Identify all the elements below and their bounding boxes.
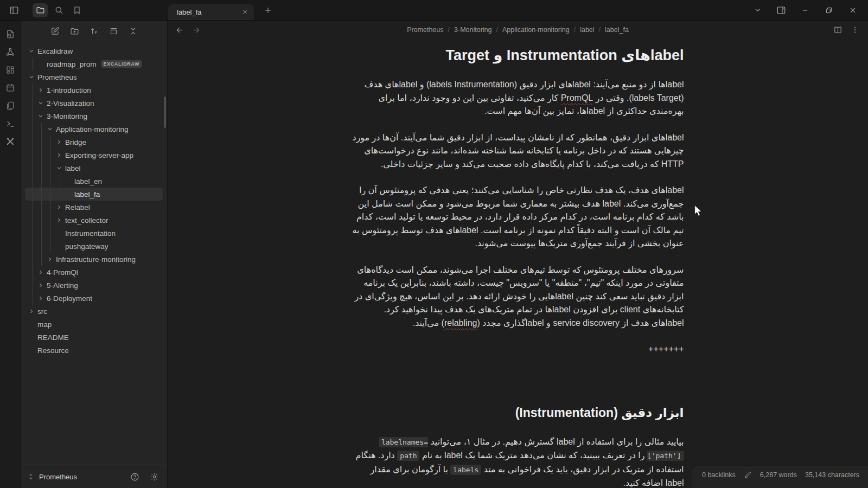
tree-item-roadmap-prom[interactable]: roadmap_promEXCALIDRAW	[25, 57, 163, 70]
edit-mode-pencil-icon[interactable]	[744, 471, 752, 479]
tree-item-label[interactable]: label	[25, 162, 163, 175]
indent-guide	[37, 162, 47, 175]
toggle-left-sidebar-icon[interactable]	[7, 3, 22, 17]
indent-guide	[47, 136, 56, 149]
tree-item-infrastructure-monitoring[interactable]: Infrastructure-monitoring	[25, 253, 163, 266]
tree-item-prometheus[interactable]: Prometheus	[25, 70, 163, 84]
document-view[interactable]: label‌های Instrumentation و Targetlabelه…	[168, 39, 868, 488]
tree-item-4-promql[interactable]: 4-PromQl	[25, 266, 163, 279]
word-count: 6,287 words	[760, 471, 797, 479]
chevron-slot	[28, 344, 37, 357]
forward-arrow-icon[interactable]	[188, 23, 203, 37]
tree-item-text-collector[interactable]: text_collector	[25, 214, 163, 227]
tab-list-chevron-down-icon[interactable]	[746, 1, 768, 20]
breadcrumb-separator: /	[496, 26, 498, 34]
tree-item-6-deployment[interactable]: 6-Deployment	[25, 292, 163, 305]
breadcrumb-item[interactable]: Application-monitoring	[502, 26, 570, 34]
vault-name: Prometheus	[39, 473, 77, 481]
inline-code: labels	[450, 465, 481, 475]
tree-item-readme[interactable]: README	[25, 331, 163, 344]
indent-guide	[28, 110, 37, 123]
new-folder-icon[interactable]	[67, 24, 82, 38]
tree-item-src[interactable]: src	[25, 305, 163, 318]
tree-item-5-alerting[interactable]: 5-Alerting	[25, 279, 163, 292]
indent-guide	[47, 149, 56, 162]
calendar-icon[interactable]	[3, 81, 17, 94]
new-note-icon[interactable]	[47, 24, 62, 38]
terminal-icon[interactable]	[3, 117, 17, 130]
files-tab-folder-icon[interactable]	[33, 3, 48, 17]
window-close-icon[interactable]	[842, 1, 864, 20]
indent-guide	[28, 188, 37, 201]
window-minimize-icon[interactable]	[794, 1, 816, 20]
tree-item-application-monitoring[interactable]: Application-monitoring	[25, 123, 163, 136]
tree-item-map[interactable]: map	[25, 318, 163, 331]
sort-order-icon[interactable]	[86, 24, 101, 38]
tree-item-label-fa[interactable]: label_fa	[25, 188, 163, 201]
tree-item-instrumentation[interactable]: Instrumentation	[25, 227, 163, 240]
breadcrumb-item[interactable]: 3-Monitoring	[454, 26, 492, 34]
indent-guide	[28, 57, 37, 70]
chevron-right-icon	[28, 308, 35, 314]
more-options-kebab-icon[interactable]	[847, 23, 863, 37]
chevron-slot	[37, 97, 47, 110]
status-bar: 0 backlinks 6,287 words 35,143 character…	[692, 465, 868, 488]
indent-guide	[28, 149, 37, 162]
breadcrumb-item[interactable]: label_fa	[605, 26, 629, 34]
tree-item-relabel[interactable]: Relabel	[25, 201, 163, 214]
bookmarks-tab-icon[interactable]	[69, 3, 85, 17]
indent-guide	[28, 123, 37, 136]
chevron-slot	[37, 266, 47, 279]
help-icon[interactable]	[127, 470, 142, 484]
settings-gear-icon[interactable]	[146, 470, 162, 484]
collapse-all-icon[interactable]	[125, 24, 141, 38]
window-restore-icon[interactable]	[818, 1, 840, 20]
tab-close-icon[interactable]	[241, 9, 248, 16]
paragraph: labelهای ابزار دقیق، همانطور که از نامشا…	[352, 131, 684, 171]
card-layout-icon[interactable]	[106, 24, 121, 38]
backlinks-count[interactable]: 0 backlinks	[702, 471, 736, 479]
canvas-icon[interactable]	[3, 63, 17, 76]
indent-guide	[28, 201, 37, 214]
indent-guide	[28, 227, 37, 240]
file-search-icon[interactable]	[3, 28, 17, 41]
tree-item-excalidraw[interactable]: Excalidraw	[25, 44, 163, 57]
document-content: label‌های Instrumentation و Targetlabelه…	[352, 39, 684, 488]
reading-view-book-icon[interactable]	[830, 23, 845, 37]
back-arrow-icon[interactable]	[172, 23, 187, 37]
tab-label_fa[interactable]: label_fa	[168, 4, 254, 20]
tree-item-label: Instrumentation	[65, 229, 116, 237]
breadcrumb-item[interactable]: Prometheus	[407, 26, 443, 34]
tree-item-pushgateway[interactable]: pushgateway	[25, 240, 163, 253]
tree-item-resource[interactable]: Resource	[25, 344, 163, 357]
main-area: Excalidrawroadmap_promEXCALIDRAWPromethe…	[0, 21, 868, 488]
indent-guide	[28, 266, 37, 279]
indent-guide	[37, 188, 47, 201]
new-tab-icon[interactable]	[260, 3, 276, 17]
tree-item-3-monitoring[interactable]: 3-Monitoring	[25, 110, 163, 123]
vault-switcher[interactable]: Prometheus	[21, 465, 167, 488]
chevron-slot	[56, 149, 65, 162]
templates-icon[interactable]	[3, 99, 17, 112]
toggle-right-sidebar-icon[interactable]	[770, 1, 792, 20]
tree-item-label-en[interactable]: label_en	[25, 175, 163, 188]
tree-item-exporting-server-app[interactable]: Exporting-server-app	[25, 149, 163, 162]
search-tab-icon[interactable]	[51, 3, 66, 17]
titlebar-left	[0, 0, 168, 20]
graph-icon[interactable]	[3, 46, 17, 59]
chevron-slot	[28, 44, 37, 57]
breadcrumb-separator: /	[599, 26, 601, 34]
crossed-tools-icon[interactable]	[3, 135, 17, 148]
sidebar-scrollbar[interactable]	[164, 97, 166, 128]
tree-item-1-introduction[interactable]: 1-introduction	[25, 84, 163, 97]
indent-guide	[37, 136, 47, 149]
breadcrumb-item[interactable]: label	[580, 26, 594, 34]
indent-guide	[28, 214, 37, 227]
tree-item-bridge[interactable]: Bridge	[25, 136, 163, 149]
tree-item-2-visualization[interactable]: 2-Visualization	[25, 97, 163, 110]
chevron-slot	[56, 214, 65, 227]
chevron-right-icon	[37, 295, 44, 301]
editor-pane: Prometheus/3-Monitoring/Application-moni…	[168, 21, 868, 488]
chevron-slot	[28, 305, 37, 318]
chevron-slot	[28, 70, 37, 84]
